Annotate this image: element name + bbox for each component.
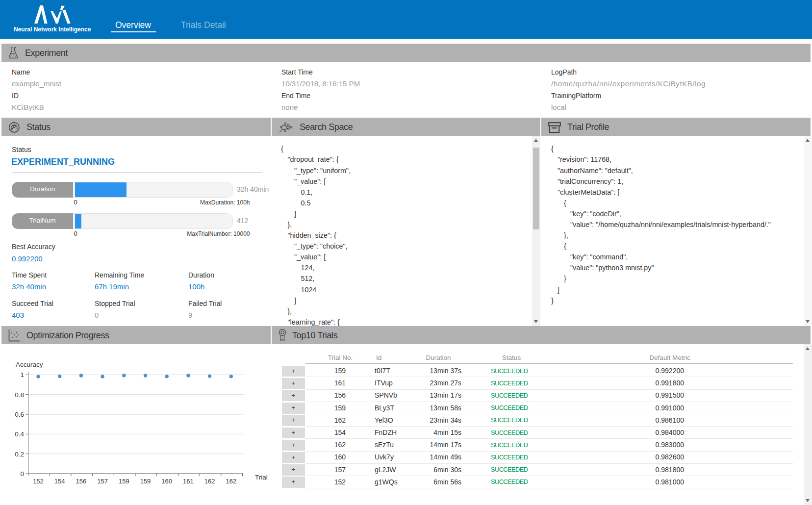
svg-text:0: 0 — [20, 470, 24, 478]
svg-text:0.8: 0.8 — [15, 391, 24, 399]
svg-text:1: 1 — [20, 371, 24, 379]
svg-text:152: 152 — [33, 478, 44, 485]
svg-text:161: 161 — [183, 478, 194, 485]
svg-text:156: 156 — [76, 478, 87, 485]
svg-text:154: 154 — [54, 478, 65, 485]
svg-text:160: 160 — [161, 478, 172, 485]
svg-text:Accuracy: Accuracy — [16, 361, 43, 368]
svg-text:162: 162 — [204, 478, 215, 485]
svg-text:162: 162 — [226, 478, 236, 485]
svg-text:157: 157 — [97, 478, 108, 485]
svg-text:0.6: 0.6 — [15, 411, 24, 418]
svg-text:159: 159 — [119, 478, 129, 485]
svg-text:0.4: 0.4 — [15, 430, 24, 438]
svg-text:0.2: 0.2 — [15, 451, 24, 458]
svg-text:159: 159 — [140, 478, 151, 485]
svg-text:Trial: Trial — [255, 474, 268, 481]
